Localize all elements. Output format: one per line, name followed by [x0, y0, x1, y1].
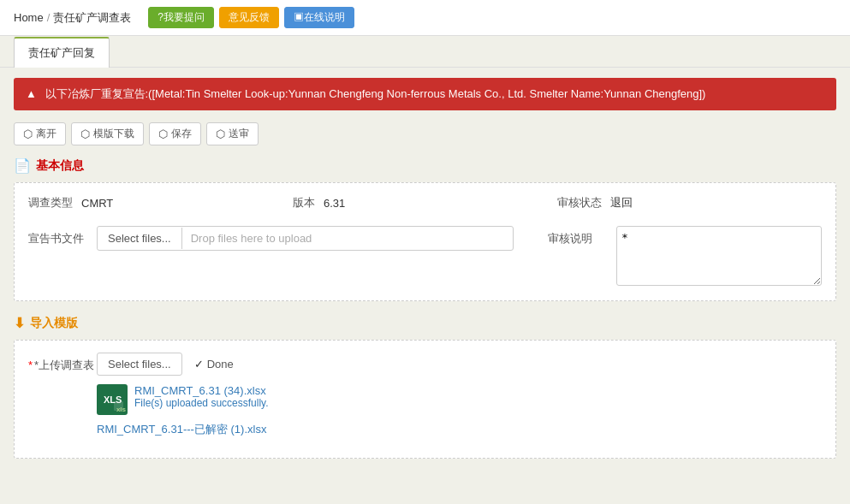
audit-status-label: 审核状态 [557, 195, 602, 210]
svg-rect-2 [114, 401, 123, 411]
version-label: 版本 [293, 195, 315, 210]
btn-save-label: 保存 [171, 127, 192, 141]
basic-info-title: 📄 基本信息 [14, 157, 836, 174]
file-name: RMI_CMRT_6.31 (34).xlsx [134, 384, 269, 397]
tab-bar: 责任矿产回复 [0, 36, 850, 68]
survey-type-cell: 调查类型 CMRT [28, 195, 293, 210]
basic-info-title-text: 基本信息 [36, 158, 84, 174]
leave-icon: ⬡ [23, 127, 33, 140]
breadcrumb-home[interactable]: Home [14, 11, 44, 24]
toolbar: ⬡ 离开 ⬡ 模版下载 ⬡ 保存 ⬡ 送审 [14, 122, 836, 145]
done-label: Done [207, 358, 234, 371]
info-grid-row1: 调查类型 CMRT 版本 6.31 审核状态 退回 [28, 195, 822, 210]
btn-leave-label: 离开 [36, 127, 56, 141]
btn-explain[interactable]: ▣在线说明 [284, 7, 354, 28]
file-status: File(s) uploaded successfully. [134, 397, 269, 409]
declaration-label: 宣告书文件 [28, 226, 97, 246]
main-content: ▲ 以下冶炼厂重复宣告:([Metal:Tin Smelter Look-up:… [0, 68, 850, 504]
breadcrumb: Home / 责任矿产调查表 [14, 10, 131, 26]
upload-survey-value: Select files... ✓ Done XLS [97, 353, 822, 437]
template-icon: ⬡ [80, 127, 90, 140]
audit-note-row: 审核说明 [548, 226, 822, 288]
import-block: *上传调查表 Select files... ✓ Done XLS [14, 340, 836, 459]
info-grid-row2: 宣告书文件 Select files... Drop files here to… [28, 226, 822, 288]
import-title-text: 导入模版 [30, 316, 78, 331]
audit-status-cell: 审核状态 退回 [557, 195, 822, 210]
alert-bar: ▲ 以下冶炼厂重复宣告:([Metal:Tin Smelter Look-up:… [14, 78, 836, 110]
alert-message: 以下冶炼厂重复宣告:([Metal:Tin Smelter Look-up:Yu… [45, 87, 706, 100]
declaration-select-btn[interactable]: Select files... [98, 228, 182, 249]
done-badge: ✓ Done [194, 358, 234, 371]
btn-feedback[interactable]: 意见反馈 [219, 7, 279, 28]
check-icon: ✓ [194, 358, 204, 371]
declaration-drop-zone: Drop files here to upload [182, 227, 513, 250]
btn-submit[interactable]: ⬡ 送审 [206, 122, 259, 145]
btn-question[interactable]: ?我要提问 [148, 7, 214, 28]
btn-submit-label: 送审 [229, 127, 249, 141]
breadcrumb-sep: / [47, 11, 51, 24]
audit-note-label: 审核说明 [548, 226, 616, 246]
file-info: RMI_CMRT_6.31 (34).xlsx File(s) uploaded… [134, 384, 269, 409]
upload-done-row: Select files... ✓ Done [97, 353, 822, 376]
file-uploaded: XLS RMI_CMRT_6.31 (34).xlsx File(s) uplo… [97, 384, 822, 415]
basic-info-block: 调查类型 CMRT 版本 6.31 审核状态 退回 宣告书文件 Select f… [14, 182, 836, 301]
doc-icon: 📄 [14, 157, 31, 174]
import-title: ⬇ 导入模版 [14, 315, 836, 331]
upload-survey-label: *上传调查表 [28, 353, 97, 373]
btn-leave[interactable]: ⬡ 离开 [14, 122, 66, 145]
btn-template-label: 模版下载 [93, 127, 134, 141]
import-select-btn[interactable]: Select files... [97, 353, 182, 376]
survey-type-value: CMRT [81, 197, 113, 210]
version-value: 6.31 [324, 197, 345, 210]
upload-survey-row: *上传调查表 Select files... ✓ Done XLS [28, 353, 822, 437]
declaration-row: 宣告书文件 Select files... Drop files here to… [28, 226, 514, 251]
file-link[interactable]: RMI_CMRT_6.31---已解密 (1).xlsx [97, 422, 266, 437]
btn-template-download[interactable]: ⬡ 模版下载 [71, 122, 144, 145]
tab-reply[interactable]: 责任矿产回复 [14, 37, 110, 68]
version-cell: 版本 6.31 [293, 195, 557, 210]
save-icon: ⬡ [158, 127, 168, 140]
audit-note-value [616, 226, 822, 288]
top-bar: Home / 责任矿产调查表 ?我要提问 意见反馈 ▣在线说明 [0, 0, 850, 36]
btn-save[interactable]: ⬡ 保存 [149, 122, 201, 145]
download-icon: ⬇ [14, 315, 25, 331]
audit-note-textarea[interactable] [616, 226, 822, 286]
survey-type-label: 调查类型 [28, 195, 73, 210]
top-bar-actions: ?我要提问 意见反馈 ▣在线说明 [148, 7, 354, 28]
declaration-upload: Select files... Drop files here to uploa… [97, 226, 514, 251]
declaration-upload-box: Select files... Drop files here to uploa… [97, 226, 514, 251]
alert-icon: ▲ [26, 87, 37, 100]
audit-status-value: 退回 [610, 195, 633, 210]
excel-icon: XLS [97, 384, 128, 415]
breadcrumb-current: 责任矿产调查表 [53, 10, 131, 26]
submit-icon: ⬡ [216, 127, 225, 140]
